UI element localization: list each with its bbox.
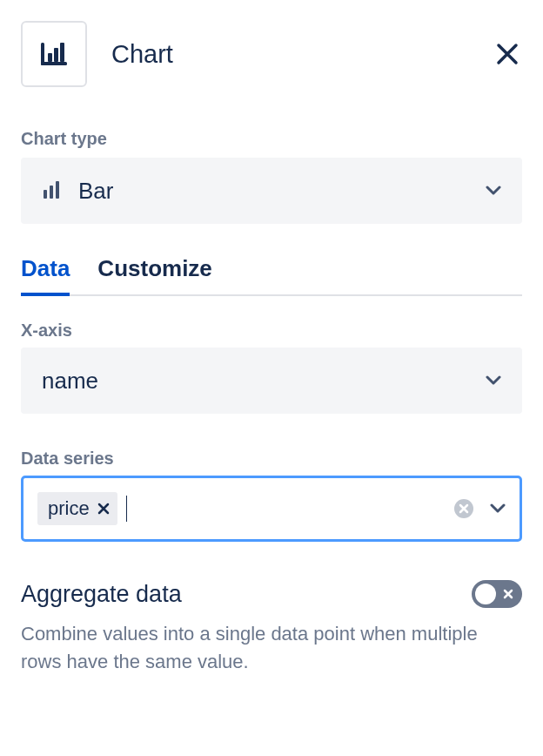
chart-type-label: Chart type [21, 129, 522, 149]
text-cursor [126, 496, 127, 522]
data-series-controls [453, 498, 506, 519]
tab-customize[interactable]: Customize [97, 255, 211, 296]
panel-header: Chart [21, 21, 522, 87]
svg-rect-2 [48, 53, 52, 62]
tabs: Data Customize [21, 255, 522, 296]
x-axis-select[interactable]: name [21, 348, 522, 414]
chevron-down-icon [486, 375, 501, 386]
tab-data[interactable]: Data [21, 255, 70, 296]
aggregate-toggle[interactable] [472, 580, 522, 608]
chip-label: price [48, 497, 90, 520]
svg-rect-3 [54, 48, 58, 62]
panel-title: Chart [111, 40, 173, 69]
toggle-knob [475, 584, 496, 604]
aggregate-description: Combine values into a single data point … [21, 620, 522, 676]
svg-rect-1 [41, 62, 67, 65]
chevron-down-icon [486, 186, 501, 196]
chart-type-select[interactable]: Bar [21, 158, 522, 224]
toggle-off-indicator [502, 588, 514, 600]
data-series-input[interactable]: price [21, 476, 522, 542]
bar-chart-small-icon [42, 181, 61, 200]
chart-type-value: Bar [78, 178, 113, 205]
svg-rect-6 [50, 186, 53, 199]
chart-type-content: Bar [42, 178, 113, 205]
aggregate-label: Aggregate data [21, 581, 182, 608]
svg-rect-7 [56, 181, 59, 199]
bar-chart-icon [41, 43, 67, 65]
close-icon [496, 43, 519, 65]
data-series-label: Data series [21, 449, 522, 469]
x-axis-label: X-axis [21, 321, 522, 341]
chart-icon-box [21, 21, 87, 87]
aggregate-row: Aggregate data [21, 580, 522, 608]
header-left: Chart [21, 21, 173, 87]
x-icon [97, 502, 111, 516]
chip-price: price [37, 492, 117, 525]
data-series-chips: price [37, 492, 127, 525]
chip-remove-button[interactable] [97, 502, 111, 516]
x-axis-value: name [42, 368, 98, 395]
svg-rect-4 [60, 43, 64, 62]
x-icon [502, 588, 514, 600]
close-button[interactable] [493, 39, 522, 69]
clear-all-button[interactable] [453, 498, 474, 519]
svg-rect-5 [44, 190, 47, 199]
chevron-down-icon [490, 503, 506, 514]
clear-icon [453, 498, 474, 519]
